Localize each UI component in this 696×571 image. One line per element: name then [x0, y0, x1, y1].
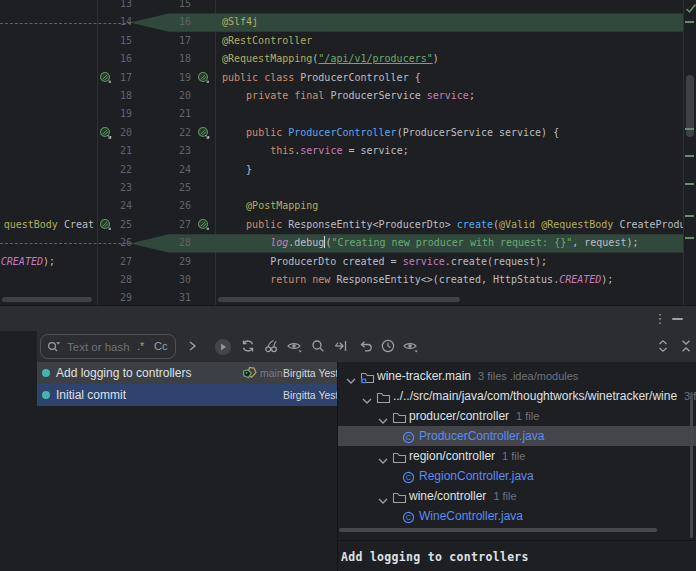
- code-line[interactable]: public ResponseEntity<ProducerDto> creat…: [222, 216, 683, 234]
- match-case-toggle[interactable]: Cc: [154, 335, 167, 358]
- tree-row[interactable]: wine-tracker.main3 files .idea/modules: [338, 366, 696, 386]
- tree-row[interactable]: producer/controller1 file: [338, 406, 696, 426]
- code-token: public class: [222, 72, 300, 83]
- change-stripe-mark[interactable]: [685, 237, 694, 239]
- change-stripe-mark[interactable]: [685, 215, 694, 217]
- code-token: @PostMapping: [246, 200, 318, 211]
- scrollbar-thumb[interactable]: [339, 528, 657, 532]
- tree-row[interactable]: CWineController.java: [338, 506, 696, 526]
- code-line[interactable]: @RestController: [222, 32, 683, 50]
- search-input[interactable]: [65, 337, 137, 357]
- code-token: debug: [294, 237, 324, 248]
- line-number: 25: [157, 179, 191, 197]
- code-line[interactable]: }: [222, 161, 683, 179]
- commit-graph-node: [42, 369, 50, 377]
- rollback-icon[interactable]: [358, 338, 375, 355]
- preview-eye-icon[interactable]: [402, 338, 419, 355]
- code-token: create: [457, 219, 493, 230]
- collapse-all-icon[interactable]: [678, 338, 695, 355]
- change-stripe-mark[interactable]: [685, 128, 694, 130]
- tree-row[interactable]: CProducerController.java: [338, 426, 696, 446]
- code-line[interactable]: public ProducerController(ProducerServic…: [222, 124, 683, 142]
- refresh-icon[interactable]: [240, 338, 257, 355]
- expand-all-icon[interactable]: [655, 338, 672, 355]
- code-token: }: [222, 164, 252, 175]
- code-line[interactable]: [222, 289, 683, 305]
- cherry-pick-icon[interactable]: [263, 338, 280, 355]
- svg-text:C: C: [406, 513, 412, 522]
- line-number: 29: [98, 289, 132, 305]
- code-line[interactable]: public class ProducerController {: [222, 69, 683, 87]
- search-icon[interactable]: [310, 338, 327, 355]
- code-token: [222, 127, 246, 138]
- tree-row[interactable]: CRegionController.java: [338, 466, 696, 486]
- spring-bean-icon[interactable]: [197, 126, 211, 140]
- code-line[interactable]: log.debug("Creating new producer with re…: [222, 234, 683, 252]
- code-line[interactable]: @Slf4j: [222, 13, 683, 31]
- commit-row[interactable]: Add logging to controllersmainBirgitta Y…: [37, 362, 337, 384]
- code-line[interactable]: ProducerDto created = service.create(req…: [222, 253, 683, 271]
- code-line[interactable]: [222, 0, 683, 13]
- code-token: return new: [270, 274, 336, 285]
- code-token: this: [270, 145, 294, 156]
- error-stripe[interactable]: [683, 0, 696, 305]
- line-number: 13: [98, 0, 132, 13]
- line-number: 20: [157, 87, 191, 105]
- chevron-right-icon[interactable]: [184, 338, 201, 355]
- spring-bean-icon[interactable]: [99, 126, 113, 140]
- eye-icon[interactable]: [286, 338, 303, 355]
- branch-tag-icon: [241, 366, 258, 384]
- commit-row[interactable]: Initial commitBirgitta Yeste: [37, 384, 337, 406]
- change-stripe-mark[interactable]: [685, 155, 694, 157]
- old-code-fragment: questBody Creat: [0, 216, 94, 234]
- tree-row[interactable]: region/controller1 file: [338, 446, 696, 466]
- code-line[interactable]: @PostMapping: [222, 197, 683, 215]
- hide-panel-icon[interactable]: [672, 318, 683, 320]
- code-token: = service;: [342, 145, 408, 156]
- code-token: ProducerController: [288, 127, 396, 138]
- line-number: 31: [157, 289, 191, 305]
- spring-bean-icon[interactable]: [197, 218, 211, 232]
- inspections-ok-check-icon: [685, 3, 696, 13]
- spring-bean-icon[interactable]: [197, 71, 211, 85]
- go-to-commit-icon[interactable]: [214, 338, 231, 355]
- line-number: 28: [157, 234, 191, 252]
- code-token: Creat: [58, 219, 94, 230]
- line-number: 23: [157, 142, 191, 160]
- options-kebab-icon[interactable]: ⋮: [652, 310, 668, 328]
- line-number: 27: [98, 253, 132, 271]
- tree-row[interactable]: ../../src/main/java/com/thoughtworks/win…: [338, 386, 696, 406]
- commit-message-cell: Initial commit: [56, 384, 126, 406]
- node-meta: 1 file: [493, 490, 516, 502]
- code-token: @RequestBody: [541, 219, 613, 230]
- node-meta: 1 file: [502, 450, 525, 462]
- commit-search-field[interactable]: .* Cc: [40, 334, 176, 359]
- code-line[interactable]: [222, 105, 683, 123]
- code-token: [222, 145, 270, 156]
- spring-bean-icon[interactable]: [99, 71, 113, 85]
- history-clock-icon[interactable]: [380, 338, 397, 355]
- code-line[interactable]: return new ResponseEntity<>(created, Htt…: [222, 271, 683, 289]
- line-number: 18: [98, 87, 132, 105]
- code-line[interactable]: [222, 179, 683, 197]
- code-token: .create(request);: [445, 256, 547, 267]
- code-token: "/api/v1/producers": [318, 53, 432, 64]
- tree-row[interactable]: wine/controller1 file: [338, 486, 696, 506]
- scrollbar-thumb[interactable]: [2, 297, 92, 302]
- diff-editor[interactable]: 13151416@Slf4j1517@RestController1618@Re…: [0, 0, 696, 305]
- change-stripe-mark[interactable]: [685, 183, 694, 185]
- code-line[interactable]: private final ProducerService service;: [222, 87, 683, 105]
- change-stripe-mark[interactable]: [685, 21, 694, 23]
- line-number: 23: [98, 179, 132, 197]
- spring-bean-icon[interactable]: [99, 218, 113, 232]
- gutter-divider: [215, 0, 216, 305]
- svg-text:C: C: [406, 433, 412, 442]
- code-line[interactable]: this.service = service;: [222, 142, 683, 160]
- scrollbar-thumb[interactable]: [690, 392, 693, 538]
- tool-window-header: ⋮: [0, 305, 696, 332]
- jump-to-source-icon[interactable]: [333, 338, 350, 355]
- code-line[interactable]: @RequestMapping("/api/v1/producers"): [222, 50, 683, 68]
- code-token: service: [403, 256, 445, 267]
- old-code-fragment: CREATED);: [0, 253, 55, 271]
- regex-toggle[interactable]: .*: [137, 335, 144, 358]
